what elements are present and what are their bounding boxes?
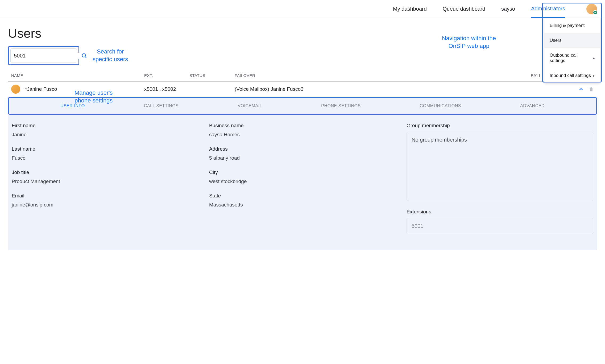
- administrators-dropdown: Billing & payment Users Outbound call se…: [544, 18, 600, 83]
- profile-avatar[interactable]: [586, 4, 597, 14]
- dropdown-inbound-call-settings[interactable]: Inbound call settings ▶: [544, 68, 600, 83]
- dropdown-item-label: Users: [550, 38, 561, 43]
- highlight-search-box: [8, 46, 79, 65]
- table-header: NAME EXT. STATUS FAILOVER E911: [8, 73, 597, 81]
- tab-advanced[interactable]: ADVANCED: [520, 104, 545, 108]
- dropdown-item-label: Inbound call settings: [550, 73, 591, 78]
- th-ext: EXT.: [144, 73, 189, 78]
- page-title: Users: [0, 18, 605, 46]
- label-extensions: Extensions: [407, 209, 593, 215]
- user-ext: x5001 , x5002: [144, 86, 189, 92]
- value-email: janine@onsip.com: [12, 202, 198, 208]
- user-avatar: [11, 85, 20, 94]
- label-business-name: Business name: [209, 123, 396, 129]
- top-nav: My dashboard Queue dashboard sayso Admin…: [0, 0, 605, 18]
- label-job-title: Job title: [12, 169, 198, 175]
- user-failover: (Voice Mailbox) Janine Fusco3: [235, 86, 594, 92]
- search-input[interactable]: [14, 53, 81, 59]
- dropdown-users[interactable]: Users: [544, 33, 600, 48]
- dropdown-item-label: Outbound call settings: [550, 53, 593, 63]
- verified-check-icon: [593, 10, 598, 15]
- group-membership-box: No group memberships: [407, 132, 593, 201]
- tab-voicemail[interactable]: VOICEMAIL: [238, 104, 262, 108]
- value-city: west stockbridge: [209, 179, 396, 184]
- th-status: STATUS: [189, 73, 235, 78]
- label-group-membership: Group membership: [407, 123, 593, 129]
- label-last-name: Last name: [12, 146, 198, 152]
- chevron-up-icon[interactable]: [578, 86, 584, 92]
- annotation-search: Search for specific users: [93, 48, 128, 63]
- value-job-title: Product Management: [12, 179, 198, 184]
- dropdown-billing-payment[interactable]: Billing & payment: [544, 18, 600, 33]
- nav-sayso[interactable]: sayso: [501, 1, 515, 17]
- label-first-name: First name: [12, 123, 198, 129]
- value-first-name: Janine: [12, 132, 198, 138]
- tab-phone-settings[interactable]: PHONE SETTINGS: [321, 104, 360, 108]
- label-address: Address: [209, 146, 396, 152]
- label-state: State: [209, 193, 396, 199]
- dropdown-outbound-call-settings[interactable]: Outbound call settings ▶: [544, 48, 600, 68]
- chevron-right-icon: ▶: [593, 74, 595, 77]
- chevron-right-icon: ▶: [593, 57, 595, 60]
- value-business-name: sayso Homes: [209, 132, 396, 138]
- search-icon[interactable]: [81, 53, 87, 59]
- label-email: Email: [12, 193, 198, 199]
- th-failover: FAILOVER: [235, 73, 304, 78]
- extensions-value: 5001: [412, 223, 424, 229]
- nav-administrators[interactable]: Administrators: [531, 0, 565, 18]
- trash-icon[interactable]: [589, 86, 594, 92]
- nav-queue-dashboard[interactable]: Queue dashboard: [443, 1, 485, 17]
- svg-line-1: [85, 57, 86, 58]
- user-name: *Janine Fusco: [25, 86, 57, 92]
- tab-communications[interactable]: COMMUNICATIONS: [420, 104, 461, 108]
- extensions-box: 5001: [407, 218, 593, 234]
- value-address: 5 albany road: [209, 155, 396, 161]
- value-state: Massachusetts: [209, 202, 396, 208]
- value-last-name: Fusco: [12, 155, 198, 161]
- th-name: NAME: [11, 73, 144, 78]
- label-city: City: [209, 169, 396, 175]
- nav-my-dashboard[interactable]: My dashboard: [393, 1, 427, 17]
- annotation-nav: Navigation within the OnSIP web app: [442, 35, 496, 50]
- svg-point-0: [82, 54, 86, 57]
- user-info-panel: First name Janine Last name Fusco Job ti…: [8, 115, 597, 250]
- annotation-row: Manage user's phone settings: [74, 89, 113, 104]
- search-box: [10, 48, 77, 63]
- group-empty-text: No group memberships: [412, 137, 467, 143]
- tab-call-settings[interactable]: CALL SETTINGS: [144, 104, 179, 108]
- dropdown-item-label: Billing & payment: [550, 23, 585, 28]
